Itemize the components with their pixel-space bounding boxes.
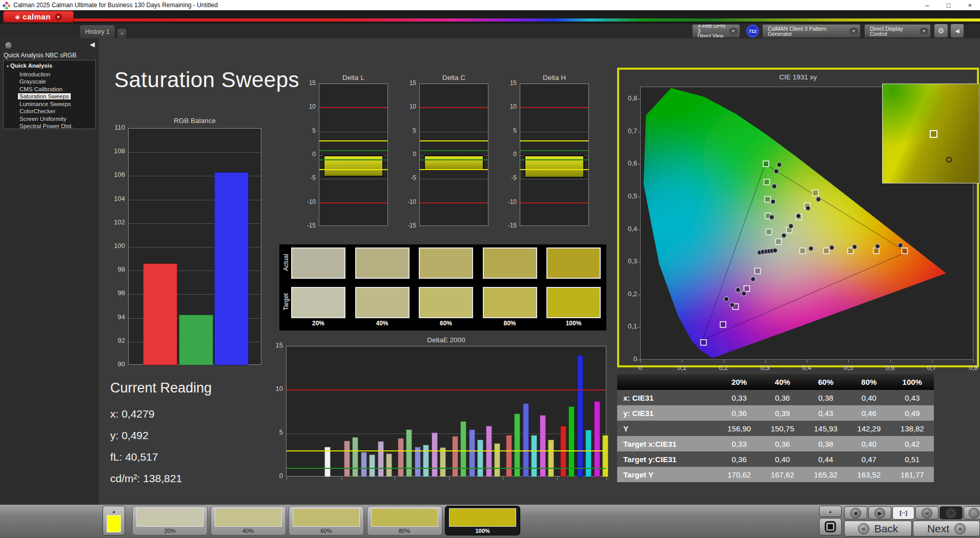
delta_l-plot[interactable] — [319, 84, 388, 226]
delta_h-plot[interactable] — [520, 84, 589, 226]
table-row: Target x:CIE310,330,360,380,400,42 — [617, 436, 934, 451]
pattern-button-60%[interactable]: 60% — [289, 506, 364, 535]
limit-line — [319, 159, 387, 160]
close-button[interactable]: × — [968, 2, 972, 9]
calman-menu-button[interactable]: ◈ calman ▾ — [3, 11, 74, 23]
sidebar-item-screen-uniformity[interactable]: Screen Uniformity — [7, 115, 95, 123]
delta_c-y-tick: 15 — [399, 79, 416, 87]
pattern-window-button[interactable]: [··] — [892, 506, 914, 520]
cie-x-tick: 0,7 — [922, 364, 942, 371]
x-tick-mark — [890, 360, 891, 363]
rgb-y-tick: 98 — [104, 265, 125, 273]
pattern-preview-button[interactable]: ▲ — [103, 506, 125, 535]
sidebar-item-grayscale[interactable]: Grayscale — [7, 78, 95, 86]
tree-root-quick-analysis[interactable]: ▾Quick Analysis — [7, 62, 95, 71]
pattern-preview-swatch — [107, 515, 121, 532]
measured-point — [730, 303, 734, 307]
loop-button[interactable]: ∞ — [915, 506, 938, 520]
refresh-button[interactable]: ↻ — [940, 506, 963, 520]
sidebar-item-introduction[interactable]: Introduction — [7, 71, 95, 78]
workflow-tree: ▾Quick Analysis IntroductionGrayscaleCMS… — [3, 60, 96, 129]
x-tick-mark — [724, 360, 724, 363]
tab-history-1[interactable]: History 1 — [79, 25, 115, 38]
table-cell: 145,93 — [804, 424, 847, 433]
actual-swatch-80% — [483, 247, 537, 279]
rainbow-strip — [74, 18, 980, 22]
back-button[interactable]: « Back — [844, 521, 912, 536]
source-dropdown[interactable]: CalMAN Client 3 Pattern Generator ▾ — [762, 24, 861, 38]
sidebar-item-saturation-sweeps[interactable]: Saturation Sweeps — [7, 93, 95, 100]
display-dropdown[interactable]: Direct Display Control ▾ — [864, 24, 931, 38]
limit-line — [520, 107, 588, 108]
maximize-button[interactable]: □ — [947, 2, 951, 9]
table-cell: 142,29 — [847, 424, 890, 433]
extra-transport-button[interactable] — [964, 506, 980, 520]
transport-expand-button[interactable]: ▲ — [819, 506, 842, 517]
delta_l-bar — [323, 155, 383, 177]
stop-pattern-button[interactable] — [819, 518, 842, 535]
sidebar-item-colorchecker[interactable]: ColorChecker — [7, 108, 95, 115]
pattern-swatch — [449, 508, 516, 527]
deltae-bar — [361, 452, 367, 477]
table-cell: 0,33 — [718, 440, 761, 448]
back-arrow-icon: « — [858, 523, 869, 534]
target-square — [764, 179, 770, 185]
sidebar-radio-button[interactable] — [5, 42, 12, 49]
pattern-button-label: 40% — [211, 528, 285, 534]
pattern-button-80%[interactable]: 80% — [367, 506, 442, 535]
table-header-row: 20%40%60%80%100% — [617, 374, 934, 390]
gridline — [420, 132, 488, 132]
table-cell: 0,42 — [891, 440, 934, 448]
table-cell: 0,43 — [891, 394, 934, 402]
settings-button[interactable]: ⚙ — [934, 24, 948, 38]
meter-badge[interactable]: 712 — [746, 25, 759, 37]
deltae-plot[interactable] — [286, 346, 606, 477]
stop-button[interactable]: ■ — [844, 506, 867, 520]
cie-y-tick: 0,7 — [620, 127, 637, 135]
pattern-swatch — [293, 508, 360, 527]
limit-line — [420, 107, 488, 108]
add-tab-button[interactable]: + — [117, 28, 127, 38]
meter-dropdown[interactable]: X-Rite i1Pro 3 Direct View ▾ — [692, 24, 740, 38]
play-button[interactable]: ▶ — [868, 506, 891, 520]
y-tick-mark — [638, 99, 640, 99]
rgb-y-tick: 110 — [104, 123, 125, 131]
delta_c-plot[interactable] — [419, 84, 488, 226]
table-row: x: CIE310,330,360,380,400,43 — [617, 390, 934, 405]
y-tick-mark — [638, 197, 640, 197]
measured-point — [809, 246, 813, 251]
minimize-button[interactable]: – — [925, 2, 929, 9]
sidebar-item-spectral-power-dist-[interactable]: Spectral Power Dist. — [7, 122, 95, 130]
sidebar-item-luminance-sweeps[interactable]: Luminance Sweeps — [7, 100, 95, 108]
table-col-header: 60% — [804, 378, 847, 386]
measured-point — [789, 224, 793, 229]
target-square — [902, 248, 907, 254]
chevron-down-icon: ▾ — [849, 28, 858, 34]
meter-status-accent — [693, 25, 695, 37]
x-tick-mark — [557, 477, 558, 481]
next-button[interactable]: Next » — [913, 521, 980, 536]
cie-1931-panel[interactable]: CIE 1931 xy 00,10,20,30,40,50,60,70,800,… — [617, 68, 979, 367]
pattern-button-40%[interactable]: 40% — [211, 506, 286, 535]
inset-target-square — [930, 130, 937, 138]
pattern-swatch — [136, 508, 203, 527]
deltae-bar — [423, 445, 429, 477]
rgb-balance-plot[interactable] — [128, 128, 261, 365]
rgb-y-tick: 100 — [104, 242, 125, 250]
target-square — [824, 248, 829, 254]
cie-y-tick: 0,8 — [620, 94, 637, 102]
delta_l-y-tick: -5 — [298, 174, 316, 181]
limit-line — [420, 202, 488, 203]
current-reading-value: x: 0,4279 — [110, 403, 212, 425]
collapse-panel-button[interactable]: ◀ — [950, 24, 964, 38]
table-cell: 0,36 — [761, 394, 804, 402]
chevron-down-icon: ▾ — [729, 28, 738, 34]
sidebar-collapse-icon[interactable]: ◀ — [90, 40, 95, 48]
cie-x-tick: 0,1 — [671, 364, 692, 371]
cie-y-tick: 0,2 — [620, 290, 637, 298]
sidebar-item-cms-calibration[interactable]: CMS Calibration — [7, 86, 95, 93]
gridline — [420, 179, 488, 179]
pattern-button-20%[interactable]: 20% — [132, 506, 208, 535]
pattern-button-100%[interactable]: 100% — [445, 506, 520, 535]
delta_h-y-tick: 10 — [499, 103, 517, 110]
